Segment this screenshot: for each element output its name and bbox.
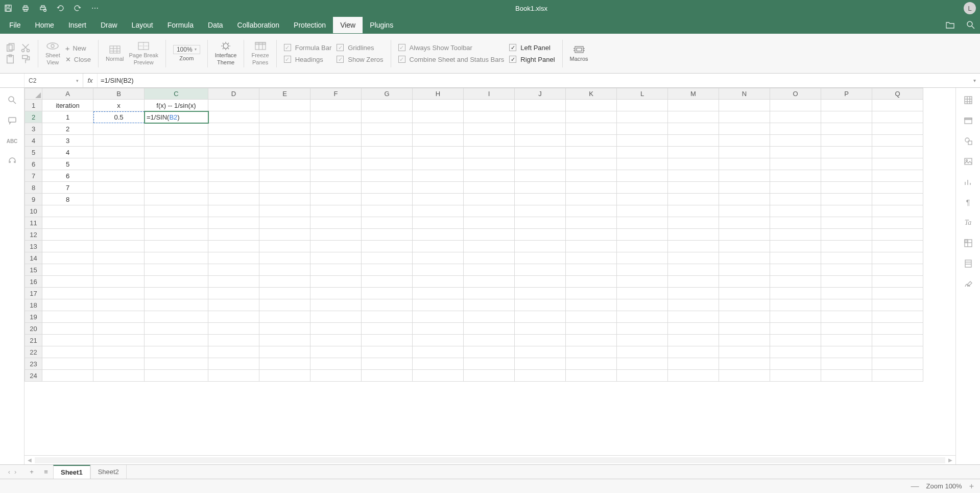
cell-M7[interactable]	[668, 170, 719, 182]
cell-H23[interactable]	[413, 358, 464, 370]
cell-O16[interactable]	[770, 276, 821, 288]
redo-icon[interactable]	[74, 4, 82, 12]
cell-N17[interactable]	[719, 288, 770, 299]
feedback-icon[interactable]	[7, 156, 17, 167]
cell-I1[interactable]	[464, 100, 515, 111]
cell-L5[interactable]	[617, 147, 668, 158]
cell-J20[interactable]	[515, 323, 566, 335]
cell-A2[interactable]: 1	[42, 111, 93, 123]
cell-A8[interactable]: 7	[42, 182, 93, 194]
cell-F15[interactable]	[310, 264, 362, 276]
cell-E20[interactable]	[259, 323, 310, 335]
column-header-M[interactable]: M	[668, 88, 719, 100]
cell-Q7[interactable]	[872, 170, 923, 182]
cell-I16[interactable]	[464, 276, 515, 288]
cell-G3[interactable]	[362, 123, 413, 135]
cell-I14[interactable]	[464, 252, 515, 264]
cell-Q13[interactable]	[872, 241, 923, 252]
paragraph-settings-icon[interactable]: ¶	[963, 197, 973, 207]
column-header-J[interactable]: J	[515, 88, 566, 100]
cell-M8[interactable]	[668, 182, 719, 194]
more-icon[interactable]: ⋯	[91, 4, 99, 12]
cell-D14[interactable]	[208, 252, 259, 264]
cell-M16[interactable]	[668, 276, 719, 288]
normal-view-button[interactable]: Normal	[106, 44, 124, 62]
cell-P9[interactable]	[821, 194, 872, 205]
cell-H2[interactable]	[413, 111, 464, 123]
cell-G20[interactable]	[362, 323, 413, 335]
cell-B13[interactable]	[93, 241, 145, 252]
cell-A18[interactable]	[42, 299, 93, 311]
cell-A5[interactable]: 4	[42, 147, 93, 158]
cell-K3[interactable]	[566, 123, 617, 135]
cell-K8[interactable]	[566, 182, 617, 194]
cell-J14[interactable]	[515, 252, 566, 264]
cell-E17[interactable]	[259, 288, 310, 299]
cell-K23[interactable]	[566, 358, 617, 370]
cell-C15[interactable]	[145, 264, 208, 276]
row-header-13[interactable]: 13	[25, 241, 42, 252]
cell-A6[interactable]: 5	[42, 158, 93, 170]
cell-D7[interactable]	[208, 170, 259, 182]
cell-D11[interactable]	[208, 217, 259, 229]
cell-M13[interactable]	[668, 241, 719, 252]
menu-draw[interactable]: Draw	[93, 17, 125, 33]
cell-J16[interactable]	[515, 276, 566, 288]
cell-I17[interactable]	[464, 288, 515, 299]
cell-J19[interactable]	[515, 311, 566, 323]
cell-N16[interactable]	[719, 276, 770, 288]
cell-B5[interactable]	[93, 147, 145, 158]
cell-O24[interactable]	[770, 370, 821, 382]
cell-I2[interactable]	[464, 111, 515, 123]
cell-B23[interactable]	[93, 358, 145, 370]
cell-C8[interactable]	[145, 182, 208, 194]
column-header-K[interactable]: K	[566, 88, 617, 100]
cell-J12[interactable]	[515, 229, 566, 241]
cell-M21[interactable]	[668, 335, 719, 346]
cell-F3[interactable]	[310, 123, 362, 135]
cell-H15[interactable]	[413, 264, 464, 276]
cell-P18[interactable]	[821, 299, 872, 311]
cell-I10[interactable]	[464, 205, 515, 217]
cell-J24[interactable]	[515, 370, 566, 382]
cell-A11[interactable]	[42, 217, 93, 229]
cell-G24[interactable]	[362, 370, 413, 382]
column-header-D[interactable]: D	[208, 88, 259, 100]
cell-B14[interactable]	[93, 252, 145, 264]
cell-F4[interactable]	[310, 135, 362, 147]
cell-K21[interactable]	[566, 335, 617, 346]
cell-M20[interactable]	[668, 323, 719, 335]
cell-C13[interactable]	[145, 241, 208, 252]
cell-J22[interactable]	[515, 346, 566, 358]
cell-L18[interactable]	[617, 299, 668, 311]
cell-A7[interactable]: 6	[42, 170, 93, 182]
cell-I21[interactable]	[464, 335, 515, 346]
cell-J1[interactable]	[515, 100, 566, 111]
menu-home[interactable]: Home	[28, 17, 61, 33]
row-header-14[interactable]: 14	[25, 252, 42, 264]
cell-H5[interactable]	[413, 147, 464, 158]
show-zeros-toggle[interactable]: Show Zeros	[337, 54, 383, 65]
cell-M3[interactable]	[668, 123, 719, 135]
cell-E11[interactable]	[259, 217, 310, 229]
cell-P4[interactable]	[821, 135, 872, 147]
cell-Q1[interactable]	[872, 100, 923, 111]
spellcheck-icon[interactable]: ABC	[7, 136, 17, 146]
pivot-settings-icon[interactable]	[963, 238, 973, 248]
cell-I6[interactable]	[464, 158, 515, 170]
cell-Q5[interactable]	[872, 147, 923, 158]
cell-N21[interactable]	[719, 335, 770, 346]
combine-bars-toggle[interactable]: Combine Sheet and Status Bars	[398, 54, 505, 65]
cell-N1[interactable]	[719, 100, 770, 111]
cell-E1[interactable]	[259, 100, 310, 111]
cell-O17[interactable]	[770, 288, 821, 299]
column-header-I[interactable]: I	[464, 88, 515, 100]
cell-K11[interactable]	[566, 217, 617, 229]
cell-N19[interactable]	[719, 311, 770, 323]
cell-Q16[interactable]	[872, 276, 923, 288]
cell-N4[interactable]	[719, 135, 770, 147]
cell-M23[interactable]	[668, 358, 719, 370]
cell-G4[interactable]	[362, 135, 413, 147]
cell-D18[interactable]	[208, 299, 259, 311]
column-header-F[interactable]: F	[310, 88, 362, 100]
